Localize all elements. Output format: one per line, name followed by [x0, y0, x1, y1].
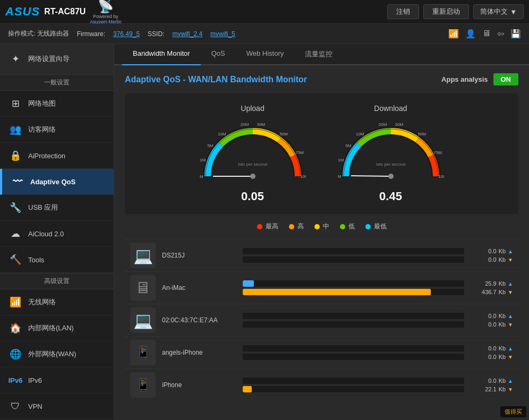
powered-label: Powered by	[93, 14, 118, 19]
logout-button[interactable]: 注销	[387, 4, 419, 19]
device-row-angels-iphone[interactable]: 📱 angels-iPhone 0.0 Kb	[125, 336, 518, 368]
tab-qos[interactable]: QoS	[201, 44, 236, 65]
download-arrow-angels-iphone: ▼	[508, 354, 513, 360]
sidebar-item-guest-network[interactable]: 👥 访客网络	[0, 117, 114, 143]
device-name-ds215j: DS215J	[162, 252, 236, 259]
upload-unit-angels-iphone: Kb	[499, 345, 506, 352]
sidebar-item-adaptive-qos[interactable]: 〰 Adaptive QoS	[0, 169, 114, 195]
upload-gauge-container: Upload 0.05	[200, 104, 306, 203]
device-name-iphone: iPhone	[162, 381, 236, 389]
legend-label-high: 高	[297, 222, 304, 231]
sidebar-item-usb-apps[interactable]: 🔧 USB 应用	[0, 195, 114, 221]
download-num-ds215j: 0.0	[488, 256, 496, 263]
download-unit-ds215j: Kb	[499, 256, 506, 263]
legend-dot-highest	[257, 224, 262, 229]
upload-num-angels-iphone: 0.0	[488, 345, 496, 352]
restart-button[interactable]: 重新启动	[423, 4, 469, 19]
gauges-area: Upload 0.05 Download 0.45	[125, 93, 518, 214]
upload-value: 0.05	[241, 190, 264, 203]
device-values-iphone: 0.0 Kb ▲ 22.1 Kb ▼	[471, 378, 513, 392]
sidebar-item-lan[interactable]: 🏠 内部网络(LAN)	[0, 315, 114, 341]
main-layout: ✦ 网络设置向导 一般设置 ⊞ 网络地图 👥 访客网络 🔒 AiProtecti…	[0, 44, 529, 420]
lang-label: 简体中文	[480, 7, 508, 16]
tools-icon: 🔨	[8, 252, 23, 267]
upload-bar-iphone	[243, 378, 464, 384]
model-name: RT-AC87U	[44, 7, 86, 16]
download-bar-fill-iphone	[243, 386, 252, 392]
network-map-icon: ⊞	[8, 96, 23, 111]
upload-bar-mac-addr	[243, 313, 464, 319]
guest-network-icon: 👥	[8, 122, 23, 137]
asus-logo: ASUS	[5, 5, 40, 19]
device-name-mac-addr: 02:0C:43:7C:E7:AA	[162, 316, 236, 324]
sidebar-label-usb-apps: USB 应用	[28, 203, 58, 212]
upload-val-angels-iphone: 0.0 Kb ▲	[488, 345, 513, 352]
download-val-angels-iphone: 0.0 Kb ▼	[488, 354, 513, 360]
download-arrow-ds215j: ▼	[508, 257, 513, 263]
upload-unit-ds215j: Kb	[499, 248, 506, 254]
tab-web-history[interactable]: Web History	[236, 44, 295, 65]
top-buttons: 注销 重新启动 简体中文 ▼	[387, 4, 524, 19]
tab-traffic-monitor[interactable]: 流量监控	[294, 44, 343, 65]
download-num-angels-iphone: 0.0	[488, 354, 496, 360]
devices-list: 💻 DS215J 0.0 Kb ▲	[125, 239, 518, 401]
device-row-an-imac[interactable]: 🖥 An-iMac 25.9 Kb ▲	[125, 271, 518, 304]
apps-analysis-toggle[interactable]: ON	[493, 73, 519, 85]
download-unit-an-imac: Kb	[499, 289, 506, 295]
adaptive-qos-icon: 〰	[10, 174, 25, 189]
section-title-row: Adaptive QoS - WAN/LAN Bandwidth Monitor…	[125, 73, 518, 85]
device-row-ds215j[interactable]: 💻 DS215J 0.0 Kb ▲	[125, 239, 518, 271]
device-icon-ds215j: 💻	[130, 243, 156, 268]
legend-medium: 中	[314, 222, 329, 231]
firmware-version[interactable]: 376.49_5	[113, 30, 140, 38]
sidebar-item-tools[interactable]: 🔨 Tools	[0, 247, 114, 273]
sidebar-item-aicloud[interactable]: ☁ AiCloud 2.0	[0, 221, 114, 247]
firmware-label: Firmware:	[77, 30, 105, 38]
upload-val-an-imac: 25.9 Kb ▲	[485, 280, 513, 287]
upload-unit-an-imac: Kb	[499, 280, 506, 287]
sidebar-item-network-map[interactable]: ⊞ 网络地图	[0, 91, 114, 117]
upload-num-an-imac: 25.9	[485, 280, 496, 287]
sidebar-item-ipv6[interactable]: IPv6 IPv6	[0, 367, 114, 393]
upload-label: Upload	[241, 104, 264, 113]
device-icon-angels-iphone: 📱	[130, 340, 156, 365]
device-icon-mac-addr: 💻	[130, 307, 156, 333]
device-icon-iphone: 📱	[130, 372, 156, 398]
tab-bandwidth-monitor[interactable]: Bandwidth Monitor	[122, 44, 201, 65]
lan-icon: 🏠	[8, 321, 23, 336]
upload-gauge-canvas	[200, 118, 306, 187]
content-inner: Adaptive QoS - WAN/LAN Bandwidth Monitor…	[114, 65, 529, 409]
upload-bar-an-imac	[243, 280, 464, 287]
ipv6-icon: IPv6	[8, 373, 23, 388]
powered-area: 📡 Powered by Asuswrt-Merlin	[90, 0, 122, 24]
section-title-text: Adaptive QoS - WAN/LAN Bandwidth Monitor	[125, 75, 307, 84]
download-num-mac-addr: 0.0	[488, 321, 496, 328]
mode-text: 操作模式: 无线路由器	[8, 29, 69, 38]
legend-dot-high	[289, 224, 294, 229]
sidebar-item-aiprotection[interactable]: 🔒 AiProtection	[0, 143, 114, 169]
sidebar-label-guest-network: 访客网络	[28, 125, 56, 134]
ssid1-link[interactable]: mywifi_2.4	[172, 30, 202, 38]
upload-bar-angels-iphone	[243, 345, 464, 352]
sidebar-label-lan: 内部网络(LAN)	[28, 323, 74, 333]
sidebar-label-network-map: 网络地图	[28, 99, 56, 108]
download-unit-mac-addr: Kb	[499, 321, 506, 328]
aicloud-icon: ☁	[8, 226, 23, 241]
legend-high: 高	[289, 222, 304, 231]
sidebar-item-vpn[interactable]: 🛡 VPN	[0, 393, 114, 419]
sidebar-item-setup-wizard[interactable]: ✦ 网络设置向导	[0, 44, 114, 74]
router-icon: 📡	[98, 0, 114, 14]
upload-arrow-mac-addr: ▲	[508, 313, 513, 319]
sidebar-item-wifi[interactable]: 📶 无线网络	[0, 289, 114, 315]
device-row-mac-addr[interactable]: 💻 02:0C:43:7C:E7:AA 0.0 Kb	[125, 304, 518, 336]
ssid2-link[interactable]: mywifi_5	[210, 30, 235, 38]
language-button[interactable]: 简体中文 ▼	[473, 4, 524, 19]
sidebar-label-setup-wizard: 网络设置向导	[28, 54, 70, 64]
content-area: Bandwidth Monitor QoS Web History 流量监控 A…	[114, 44, 529, 420]
sidebar-item-wan[interactable]: 🌐 外部网络(WAN)	[0, 341, 114, 367]
upload-val-mac-addr: 0.0 Kb ▲	[488, 313, 513, 319]
legend-dot-medium	[314, 224, 320, 229]
device-name-an-imac: An-iMac	[162, 284, 236, 292]
device-row-iphone[interactable]: 📱 iPhone 0.0 Kb ▲	[125, 368, 518, 401]
apps-analysis-area: Apps analysis ON	[441, 73, 518, 85]
